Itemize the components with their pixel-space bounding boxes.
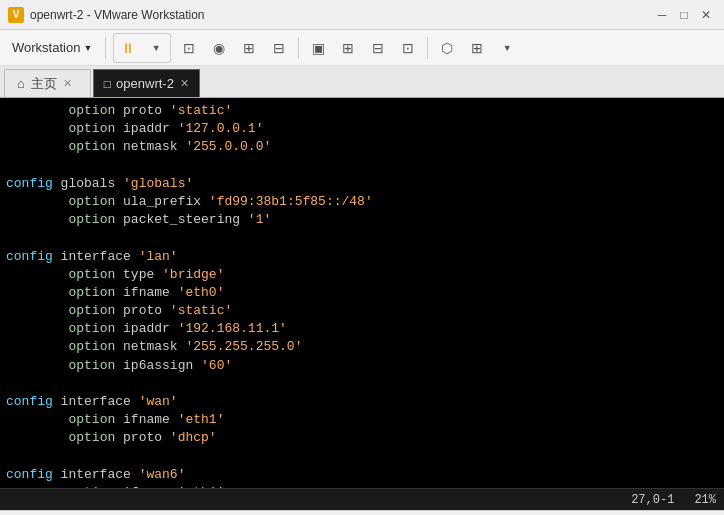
info-bar: 要将输入定向到该虚拟机，请在虚拟机内部单击或按 Ctrl+G。 🖥 📱 💾 🔌 [0,510,724,515]
toolbar-separator-1 [105,37,106,59]
vm-tab[interactable]: □ openwrt-2 ✕ [93,69,200,97]
home-tab[interactable]: ⌂ 主页 ✕ [4,69,91,97]
view-button-1[interactable]: ▣ [304,34,332,62]
terminal-content: option proto 'static' option ipaddr '127… [6,102,718,488]
vm-tab-icon: □ [104,77,111,91]
home-tab-icon: ⌂ [17,76,25,91]
terminal[interactable]: option proto 'static' option ipaddr '127… [0,98,724,488]
pause-button[interactable]: ⏸ [114,34,142,62]
title-bar-text: openwrt-2 - VMware Workstation [30,8,652,22]
vm-settings-button[interactable]: ⊡ [175,34,203,62]
home-tab-close[interactable]: ✕ [63,77,72,90]
fullscreen-button[interactable]: ⊞ [463,34,491,62]
fullscreen-dropdown[interactable]: ▼ [493,34,521,62]
workstation-label: Workstation [12,40,80,55]
pause-group: ⏸ ▼ [113,33,171,63]
tab-bar: ⌂ 主页 ✕ □ openwrt-2 ✕ [0,66,724,98]
pause-dropdown[interactable]: ▼ [142,34,170,62]
view-button-2[interactable]: ⊞ [334,34,362,62]
console-button[interactable]: ⬡ [433,34,461,62]
app-icon: V [8,7,24,23]
vm-tab-close[interactable]: ✕ [180,77,189,90]
maximize-button[interactable]: □ [674,5,694,25]
workstation-menu[interactable]: Workstation ▼ [4,34,100,62]
title-bar: V openwrt-2 - VMware Workstation ─ □ ✕ [0,0,724,30]
minimize-button[interactable]: ─ [652,5,672,25]
snapshot2-button[interactable]: ⊞ [235,34,263,62]
terminal-status-bar: 27,0-1 21% [0,488,724,510]
workstation-arrow: ▼ [83,43,92,53]
home-tab-label: 主页 [31,75,57,93]
toolbar-separator-2 [298,37,299,59]
status-percent: 21% [694,493,716,507]
view-button-3[interactable]: ⊟ [364,34,392,62]
view-button-4[interactable]: ⊡ [394,34,422,62]
toolbar-separator-3 [427,37,428,59]
title-bar-controls: ─ □ ✕ [652,5,716,25]
snapshot-button[interactable]: ◉ [205,34,233,62]
menu-bar: Workstation ▼ ⏸ ▼ ⊡ ◉ ⊞ ⊟ ▣ ⊞ ⊟ ⊡ ⬡ ⊞ ▼ [0,30,724,66]
snapshot3-button[interactable]: ⊟ [265,34,293,62]
cursor-position: 27,0-1 [631,493,674,507]
close-button[interactable]: ✕ [696,5,716,25]
vm-tab-label: openwrt-2 [116,76,174,91]
